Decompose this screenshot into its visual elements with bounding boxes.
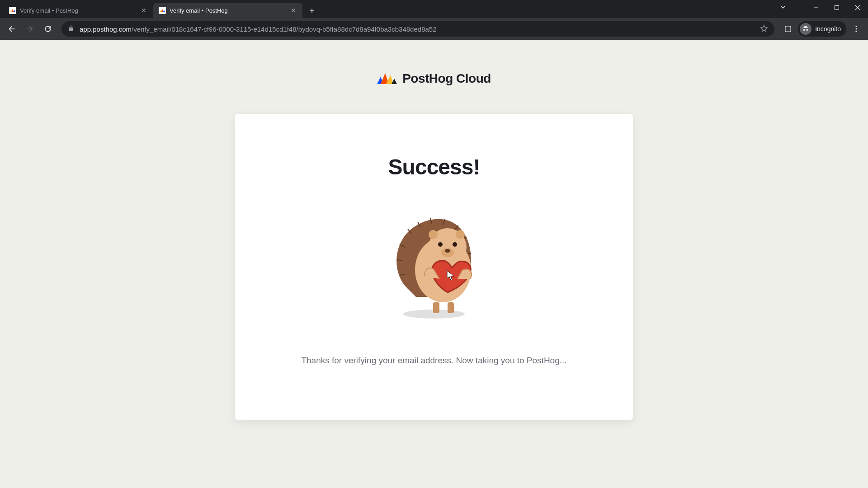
browser-tab[interactable]: Verify email • PostHog ✕ (153, 3, 302, 18)
svg-rect-3 (835, 6, 839, 10)
svg-rect-29 (448, 302, 454, 313)
tab-title: Verify email • PostHog (170, 7, 286, 14)
extensions-button[interactable] (780, 21, 796, 37)
browser-menu-button[interactable] (848, 21, 864, 37)
page-content: PostHog Cloud Success! (0, 40, 868, 488)
browser-titlebar: Verify email • PostHog ✕ Verify email • … (0, 0, 868, 18)
tab-search-button[interactable] (779, 4, 787, 13)
tab-strip: Verify email • PostHog ✕ Verify email • … (0, 0, 318, 18)
lock-icon (68, 25, 74, 33)
new-tab-button[interactable]: ＋ (306, 4, 318, 17)
star-icon[interactable] (760, 24, 768, 34)
svg-rect-4 (785, 26, 791, 32)
incognito-icon (800, 23, 811, 35)
svg-point-7 (856, 31, 857, 32)
incognito-label: Incognito (815, 25, 841, 33)
incognito-badge[interactable]: Incognito (798, 21, 846, 37)
back-button[interactable] (4, 21, 20, 37)
tab-favicon-icon (159, 7, 166, 14)
address-bar[interactable]: app.posthog.com/verify_email/018c1647-cf… (61, 21, 774, 37)
success-heading: Success! (388, 155, 480, 179)
close-icon[interactable]: ✕ (290, 7, 297, 14)
forward-button[interactable] (22, 21, 38, 37)
svg-point-5 (856, 26, 857, 27)
browser-toolbar: app.posthog.com/verify_email/018c1647-cf… (0, 18, 868, 40)
url-text: app.posthog.com/verify_email/018c1647-cf… (80, 25, 755, 33)
close-window-button[interactable] (847, 0, 868, 15)
svg-point-24 (438, 242, 443, 247)
maximize-button[interactable] (826, 0, 847, 15)
brand-header: PostHog Cloud (377, 70, 491, 87)
tab-title: Verify email • PostHog (20, 7, 137, 14)
browser-tab[interactable]: Verify email • PostHog ✕ (4, 3, 153, 18)
minimize-button[interactable] (806, 0, 826, 15)
brand-title: PostHog Cloud (402, 71, 491, 86)
svg-point-6 (856, 28, 857, 30)
svg-point-23 (456, 230, 465, 239)
svg-point-25 (453, 242, 457, 247)
success-message: Thanks for verifying your email address.… (301, 356, 566, 366)
svg-point-27 (445, 249, 450, 253)
hedgehog-heart-illustration (380, 202, 488, 319)
close-icon[interactable]: ✕ (140, 7, 147, 14)
reload-button[interactable] (40, 21, 56, 37)
tab-favicon-icon (9, 7, 16, 14)
window-controls (806, 0, 868, 15)
success-card: Success! (235, 114, 633, 420)
svg-point-22 (429, 230, 438, 239)
posthog-logo-icon (377, 70, 397, 87)
svg-rect-28 (433, 302, 439, 313)
